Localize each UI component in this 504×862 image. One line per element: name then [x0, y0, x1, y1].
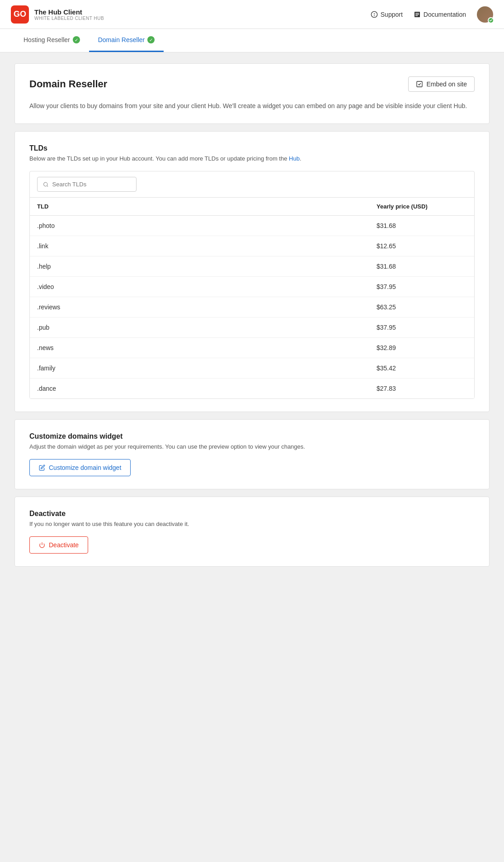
- price-column-header: Yearly price (USD): [377, 203, 467, 210]
- app-title: The Hub Client: [34, 8, 371, 16]
- tld-price: $35.42: [377, 365, 467, 372]
- svg-point-8: [44, 182, 47, 186]
- tlds-desc-suffix: .: [300, 155, 301, 162]
- hub-link[interactable]: Hub: [289, 155, 300, 162]
- customize-domain-widget-button[interactable]: Customize domain widget: [29, 459, 131, 476]
- tld-row: .photo $31.68: [30, 216, 474, 236]
- deactivate-section: Deactivate If you no longer want to use …: [14, 497, 490, 567]
- tab-domain-reseller-label: Domain Reseller: [98, 36, 145, 43]
- tld-table-scroll[interactable]: .photo $31.68 .link $12.65 .help $31.68 …: [30, 216, 474, 398]
- support-icon: [371, 11, 378, 18]
- tld-price: $31.68: [377, 263, 467, 270]
- header: GO The Hub Client WHITE LABELED CLIENT H…: [0, 0, 504, 29]
- logo-text: GO: [14, 9, 26, 19]
- tld-name: .photo: [37, 222, 377, 229]
- content-area: Domain Reseller Embed on site Allow your…: [0, 52, 504, 585]
- support-label: Support: [381, 11, 403, 18]
- embed-icon: [416, 81, 423, 88]
- documentation-icon: [414, 11, 421, 18]
- embed-btn-label: Embed on site: [427, 81, 467, 88]
- customize-widget-section: Customize domains widget Adjust the doma…: [14, 419, 490, 489]
- tld-row: .family $35.42: [30, 358, 474, 379]
- tld-price: $32.89: [377, 344, 467, 351]
- tld-price: $37.95: [377, 324, 467, 331]
- tld-row: .news $32.89: [30, 338, 474, 358]
- domain-reseller-header-card: Domain Reseller Embed on site Allow your…: [14, 63, 490, 124]
- header-nav: Support Documentation: [371, 6, 493, 23]
- main-content: Domain Reseller Embed on site Allow your…: [0, 52, 504, 585]
- tlds-section: TLDs Below are the TLDs set up in your H…: [14, 131, 490, 412]
- tld-name: .help: [37, 263, 377, 270]
- search-icon: [43, 181, 49, 188]
- tld-name: .news: [37, 344, 377, 351]
- tlds-description: Below are the TLDs set up in your Hub ac…: [29, 155, 475, 162]
- documentation-nav-item[interactable]: Documentation: [414, 11, 466, 18]
- header-title-group: The Hub Client WHITE LABELED CLIENT HUB: [34, 8, 371, 21]
- svg-line-9: [47, 185, 48, 186]
- user-avatar-container[interactable]: [477, 6, 493, 23]
- tld-name: .family: [37, 365, 377, 372]
- svg-rect-7: [417, 81, 422, 87]
- customize-title: Customize domains widget: [29, 432, 475, 440]
- table-header: TLD Yearly price (USD): [30, 198, 474, 216]
- domain-reseller-description: Allow your clients to buy domains from y…: [29, 101, 475, 111]
- customize-description: Adjust the domain widget as per your req…: [29, 443, 475, 450]
- search-input[interactable]: [52, 181, 131, 188]
- svg-rect-4: [415, 13, 419, 13]
- tld-price: $31.68: [377, 222, 467, 229]
- search-input-wrapper: [37, 177, 137, 192]
- deactivate-description: If you no longer want to use this featur…: [29, 521, 475, 527]
- tld-name: .link: [37, 242, 377, 250]
- deactivate-btn-label: Deactivate: [49, 541, 79, 549]
- avatar-verified-check: [488, 17, 494, 24]
- svg-rect-5: [415, 14, 419, 14]
- tld-row: .link $12.65: [30, 236, 474, 256]
- tld-row: .pub $37.95: [30, 317, 474, 338]
- tld-price: $63.25: [377, 303, 467, 311]
- tld-row: .reviews $63.25: [30, 297, 474, 317]
- svg-rect-6: [415, 15, 418, 16]
- domain-reseller-check: ✓: [147, 36, 155, 43]
- tld-column-header: TLD: [37, 203, 377, 210]
- tab-hosting-reseller-label: Hosting Reseller: [24, 36, 70, 43]
- app-subtitle: WHITE LABELED CLIENT HUB: [34, 16, 371, 21]
- pencil-icon: [39, 464, 45, 471]
- search-box: [30, 171, 474, 198]
- tld-price: $12.65: [377, 242, 467, 250]
- tabs-container: Hosting Reseller ✓ Domain Reseller ✓: [0, 29, 504, 52]
- domain-reseller-section-header: Domain Reseller Embed on site: [29, 76, 475, 92]
- deactivate-button[interactable]: Deactivate: [29, 536, 88, 554]
- logo: GO: [11, 5, 29, 24]
- tab-domain-reseller[interactable]: Domain Reseller ✓: [89, 29, 164, 52]
- tab-hosting-reseller[interactable]: Hosting Reseller ✓: [14, 29, 89, 52]
- documentation-label: Documentation: [424, 11, 466, 18]
- tlds-table-container: TLD Yearly price (USD) .photo $31.68 .li…: [29, 171, 475, 399]
- hosting-reseller-check: ✓: [73, 36, 80, 43]
- tld-price: $37.95: [377, 283, 467, 290]
- tld-name: .video: [37, 283, 377, 290]
- customize-btn-label: Customize domain widget: [49, 464, 121, 471]
- embed-on-site-button[interactable]: Embed on site: [408, 76, 475, 92]
- deactivate-title: Deactivate: [29, 510, 475, 518]
- tld-row: .dance $27.83: [30, 379, 474, 398]
- tlds-title: TLDs: [29, 144, 475, 152]
- tld-row: .video $37.95: [30, 277, 474, 297]
- tld-name: .reviews: [37, 303, 377, 311]
- tabs: Hosting Reseller ✓ Domain Reseller ✓: [14, 29, 490, 52]
- tld-price: $27.83: [377, 385, 467, 392]
- tld-name: .dance: [37, 385, 377, 392]
- tlds-desc-prefix: Below are the TLDs set up in your Hub ac…: [29, 155, 289, 162]
- support-nav-item[interactable]: Support: [371, 11, 403, 18]
- page-title: Domain Reseller: [29, 78, 107, 90]
- svg-point-2: [374, 15, 374, 16]
- power-icon: [39, 542, 45, 548]
- tld-row: .help $31.68: [30, 256, 474, 277]
- tld-name: .pub: [37, 324, 377, 331]
